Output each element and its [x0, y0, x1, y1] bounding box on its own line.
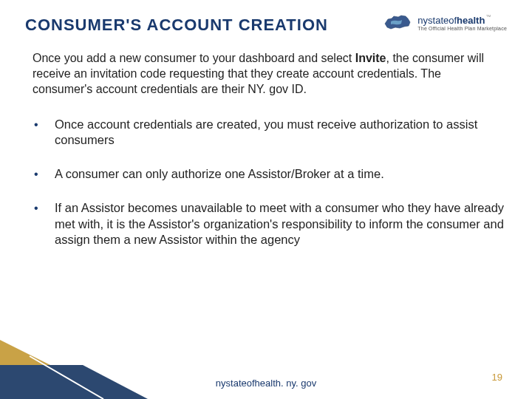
ny-map-icon	[383, 13, 413, 31]
footer-url: nystateofhealth. ny. gov	[0, 378, 532, 389]
slide: CONSUMER'S ACCOUNT CREATION nystateofhea…	[0, 0, 532, 399]
page-title: CONSUMER'S ACCOUNT CREATION	[25, 16, 328, 34]
logo-main: nystateofhealth	[417, 15, 485, 26]
corner-graphic-icon	[0, 340, 148, 399]
trademark-icon: ™	[485, 14, 491, 19]
bullet-list: Once account credentials are created, yo…	[30, 117, 507, 249]
svg-marker-0	[0, 340, 118, 399]
logo-subtitle: The Official Health Plan Marketplace	[417, 26, 507, 31]
intro-paragraph: Once you add a new consumer to your dash…	[33, 50, 502, 97]
page-number: 19	[492, 372, 502, 383]
intro-bold: Invite	[355, 52, 386, 64]
intro-before: Once you add a new consumer to your dash…	[33, 52, 355, 64]
list-item: A consumer can only authorize one Assist…	[30, 166, 507, 183]
logo-text: nystateofhealth™ The Official Health Pla…	[417, 14, 507, 31]
list-item: If an Assistor becomes unavailable to me…	[30, 200, 507, 248]
logo: nystateofhealth™ The Official Health Pla…	[383, 13, 507, 31]
list-item: Once account credentials are created, yo…	[30, 117, 507, 149]
header: CONSUMER'S ACCOUNT CREATION nystateofhea…	[25, 16, 507, 34]
